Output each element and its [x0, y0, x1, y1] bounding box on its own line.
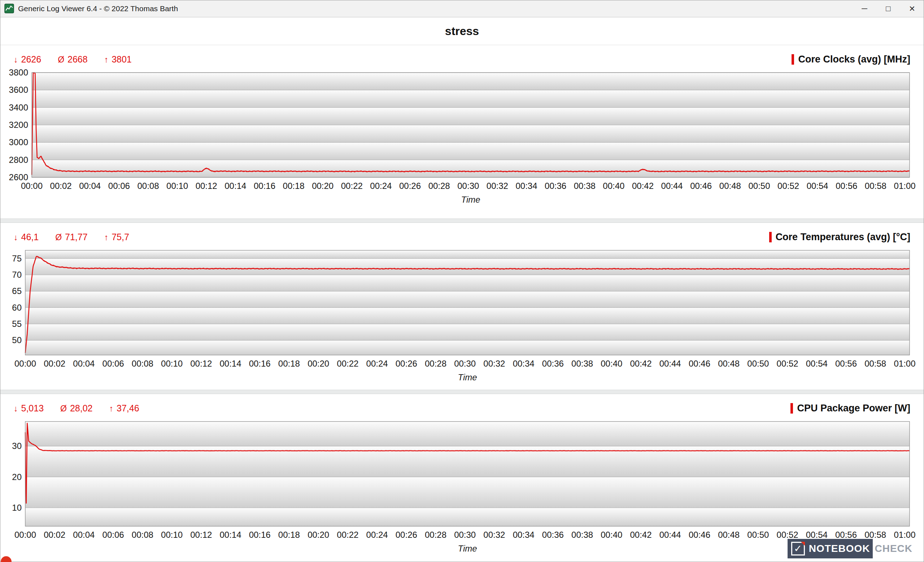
svg-text:00:26: 00:26 — [396, 530, 417, 539]
min-value: 2626 — [21, 54, 42, 65]
panel-top-cpu-package-power: ↓5,013 Ø28,02 ↑37,46 CPU Package Power [… — [14, 401, 912, 416]
svg-text:00:28: 00:28 — [428, 181, 450, 191]
avg-icon: Ø — [55, 233, 62, 242]
max-value: 37,46 — [117, 403, 140, 413]
svg-text:00:50: 00:50 — [747, 359, 769, 368]
svg-text:00:00: 00:00 — [14, 359, 36, 368]
svg-text:00:38: 00:38 — [574, 181, 596, 191]
stat-max: ↑3801 — [104, 54, 132, 65]
notebookcheck-watermark: ✓ NOTEBOOK CHECK — [788, 539, 915, 558]
svg-text:00:56: 00:56 — [835, 530, 857, 539]
maximize-button[interactable]: □ — [876, 0, 900, 17]
svg-text:3000: 3000 — [9, 137, 28, 147]
min-arrow-icon: ↓ — [14, 55, 18, 65]
svg-text:00:30: 00:30 — [457, 181, 479, 191]
svg-text:3800: 3800 — [9, 68, 28, 77]
watermark-notebook-text: NOTEBOOK — [809, 543, 870, 554]
legend-core-temperatures: Core Temperatures (avg) [°C] — [769, 231, 910, 243]
panel-top-core-clocks: ↓2626 Ø2668 ↑3801 Core Clocks (avg) [MHz… — [14, 52, 912, 67]
svg-text:00:16: 00:16 — [249, 359, 271, 368]
svg-text:00:32: 00:32 — [483, 359, 505, 368]
svg-text:00:28: 00:28 — [425, 530, 447, 539]
svg-text:00:02: 00:02 — [50, 181, 72, 191]
svg-text:00:50: 00:50 — [748, 181, 770, 191]
svg-text:00:34: 00:34 — [513, 359, 534, 368]
svg-text:00:04: 00:04 — [79, 181, 101, 191]
svg-text:00:42: 00:42 — [630, 530, 651, 539]
window-controls: ─ □ × — [852, 0, 924, 17]
svg-text:3600: 3600 — [9, 85, 28, 95]
svg-text:00:18: 00:18 — [278, 359, 300, 368]
red-corner-accent — [801, 542, 805, 546]
svg-text:2600: 2600 — [9, 172, 28, 182]
svg-text:10: 10 — [12, 503, 22, 512]
app-window: Generic Log Viewer 6.4 - © 2022 Thomas B… — [0, 0, 924, 562]
panel-cpu-package-power: ↓5,013 Ø28,02 ↑37,46 CPU Package Power [… — [0, 394, 924, 562]
avg-value: 71,77 — [65, 232, 88, 242]
svg-text:00:22: 00:22 — [337, 359, 358, 368]
svg-text:00:22: 00:22 — [341, 181, 363, 191]
legend-core-clocks: Core Clocks (avg) [MHz] — [792, 54, 910, 65]
window-titlebar[interactable]: Generic Log Viewer 6.4 - © 2022 Thomas B… — [0, 0, 924, 17]
svg-text:00:06: 00:06 — [102, 530, 124, 539]
svg-text:00:06: 00:06 — [108, 181, 130, 191]
svg-text:00:26: 00:26 — [396, 359, 417, 368]
svg-text:00:56: 00:56 — [836, 181, 857, 191]
svg-text:00:22: 00:22 — [337, 530, 358, 539]
svg-text:3400: 3400 — [9, 102, 28, 112]
svg-text:20: 20 — [12, 472, 22, 482]
svg-text:60: 60 — [12, 303, 22, 313]
svg-text:00:38: 00:38 — [572, 359, 593, 368]
page-header: stress — [0, 17, 924, 45]
max-arrow-icon: ↑ — [104, 233, 109, 242]
chart-cpu-package-power[interactable]: 10203000:0000:0200:0400:0600:0800:1000:1… — [9, 421, 915, 543]
page-title: stress — [445, 24, 479, 38]
minimize-button[interactable]: ─ — [852, 0, 876, 17]
stat-min: ↓5,013 — [14, 403, 44, 413]
chart-core-clocks[interactable]: 260028003000320034003600380000:0000:0200… — [9, 72, 915, 194]
check-icon: ✓ — [791, 542, 805, 556]
svg-text:00:20: 00:20 — [308, 359, 329, 368]
panel-core-clocks: ↓2626 Ø2668 ↑3801 Core Clocks (avg) [MHz… — [0, 45, 924, 218]
svg-text:00:08: 00:08 — [132, 530, 153, 539]
panel-top-core-temperatures: ↓46,1 Ø71,77 ↑75,7 Core Temperatures (av… — [14, 229, 912, 245]
min-value: 46,1 — [21, 232, 39, 242]
svg-text:00:26: 00:26 — [399, 181, 421, 191]
svg-text:00:46: 00:46 — [688, 530, 710, 539]
svg-text:00:44: 00:44 — [659, 359, 681, 368]
chart-core-temperatures[interactable]: 50556065707500:0000:0200:0400:0600:0800:… — [9, 249, 915, 372]
legend-label: Core Clocks (avg) [MHz] — [798, 54, 910, 65]
min-arrow-icon: ↓ — [14, 404, 18, 413]
svg-text:00:36: 00:36 — [542, 530, 564, 539]
svg-text:65: 65 — [12, 286, 22, 296]
window-title: Generic Log Viewer 6.4 - © 2022 Thomas B… — [18, 5, 178, 13]
stat-avg: Ø2668 — [58, 54, 88, 65]
svg-text:00:12: 00:12 — [190, 530, 212, 539]
svg-text:00:34: 00:34 — [515, 181, 537, 191]
svg-text:00:16: 00:16 — [249, 530, 271, 539]
x-axis-title: Time — [461, 195, 480, 205]
panel-divider — [0, 218, 924, 223]
svg-text:00:42: 00:42 — [632, 181, 654, 191]
avg-value: 2668 — [68, 54, 88, 65]
svg-text:00:40: 00:40 — [601, 359, 622, 368]
notebookcheck-logo-left: ✓ NOTEBOOK — [788, 539, 873, 558]
svg-text:00:44: 00:44 — [661, 181, 683, 191]
svg-text:00:20: 00:20 — [308, 530, 329, 539]
series-color-swatch — [792, 54, 794, 65]
svg-text:00:06: 00:06 — [102, 359, 124, 368]
svg-text:50: 50 — [12, 335, 22, 345]
svg-text:00:28: 00:28 — [425, 359, 447, 368]
svg-text:00:58: 00:58 — [864, 359, 886, 368]
close-button[interactable]: × — [900, 0, 924, 17]
max-value: 3801 — [111, 54, 132, 65]
min-arrow-icon: ↓ — [14, 233, 18, 242]
svg-text:00:24: 00:24 — [370, 181, 392, 191]
svg-text:00:52: 00:52 — [777, 530, 798, 539]
avg-value: 28,02 — [70, 403, 93, 413]
svg-text:00:12: 00:12 — [196, 181, 217, 191]
svg-text:00:00: 00:00 — [14, 530, 36, 539]
svg-text:00:48: 00:48 — [718, 530, 740, 539]
avg-icon: Ø — [60, 404, 67, 413]
svg-text:00:32: 00:32 — [483, 530, 505, 539]
